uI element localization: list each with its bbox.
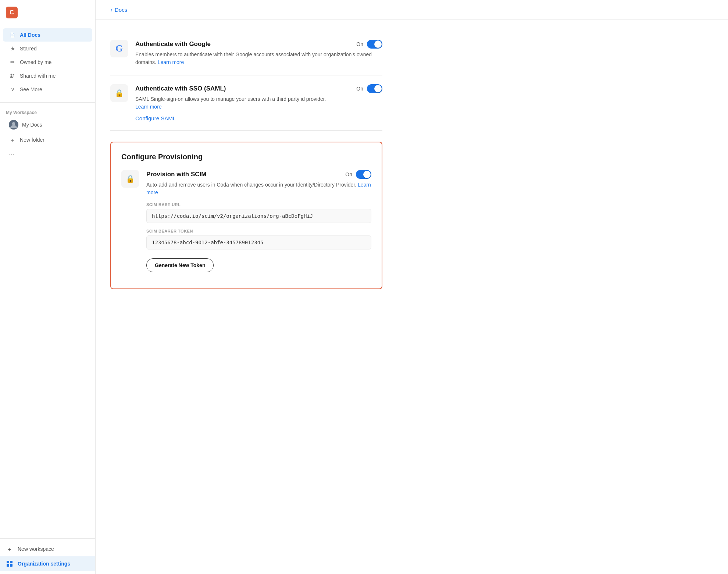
- sidebar: C All Docs ★ Starred ✏ Owned by me Share…: [0, 0, 96, 574]
- generate-token-button[interactable]: Generate New Token: [146, 258, 214, 272]
- sidebar-nav: All Docs ★ Starred ✏ Owned by me Shared …: [0, 25, 95, 99]
- my-docs-label: My Docs: [22, 122, 42, 128]
- sso-icon-box: 🔒: [110, 84, 128, 102]
- sidebar-item-all-docs[interactable]: All Docs: [3, 28, 92, 42]
- edit-icon: ✏: [9, 59, 16, 66]
- scim-url-value[interactable]: https://coda.io/scim/v2/organizations/or…: [146, 209, 371, 223]
- divider-1: [0, 102, 95, 103]
- plus-folder-icon: +: [9, 136, 16, 144]
- scim-toggle-label: On: [345, 171, 352, 177]
- google-toggle-area: On: [356, 40, 382, 49]
- google-auth-header: Authenticate with Google On: [135, 40, 382, 49]
- provisioning-title: Configure Provisioning: [121, 153, 371, 161]
- provision-header: Provision with SCIM On: [146, 170, 371, 179]
- org-settings-label: Organization settings: [18, 561, 70, 567]
- configure-saml-link[interactable]: Configure SAML: [135, 115, 382, 121]
- sidebar-item-my-docs[interactable]: My Docs: [3, 117, 92, 132]
- google-auth-title: Authenticate with Google: [135, 40, 211, 48]
- auth-section: G Authenticate with Google On Enables: [110, 31, 382, 131]
- google-toggle-label: On: [356, 41, 363, 47]
- sso-auth-content: Authenticate with SSO (SAML) On SAML Sin…: [135, 84, 382, 121]
- sso-auth-item: 🔒 Authenticate with SSO (SAML) On SAM: [110, 75, 382, 131]
- all-docs-icon: [9, 31, 16, 39]
- google-learn-more-link[interactable]: Learn more: [158, 59, 184, 65]
- people-icon: [9, 72, 16, 79]
- new-workspace-label: New workspace: [18, 546, 54, 552]
- google-auth-item: G Authenticate with Google On Enables: [110, 31, 382, 75]
- sso-auth-header: Authenticate with SSO (SAML) On: [135, 84, 382, 93]
- shared-with-me-label: Shared with me: [20, 73, 56, 79]
- google-auth-content: Authenticate with Google On Enables memb…: [135, 40, 382, 66]
- sso-auth-title: Authenticate with SSO (SAML): [135, 85, 226, 92]
- lock-icon: 🔒: [115, 89, 124, 98]
- sso-toggle-area: On: [356, 84, 382, 93]
- scim-toggle-knob: [363, 171, 371, 178]
- svg-point-1: [13, 74, 14, 75]
- see-more-label: See More: [20, 86, 42, 92]
- sso-toggle-switch[interactable]: [367, 84, 382, 93]
- sidebar-item-org-settings[interactable]: Organization settings: [0, 556, 95, 571]
- scim-toggle-area: On: [345, 170, 371, 179]
- svg-point-3: [12, 122, 15, 125]
- plus-workspace-icon: +: [6, 545, 13, 553]
- org-settings-icon: [6, 560, 13, 567]
- scim-icon-box: 🔒: [121, 170, 139, 188]
- chevron-down-icon: ∨: [9, 86, 16, 93]
- google-icon-box: G: [110, 40, 128, 57]
- more-options-icon[interactable]: ···: [3, 147, 92, 161]
- scim-url-section: SCIM Base URL https://coda.io/scim/v2/or…: [146, 202, 371, 223]
- scim-token-value[interactable]: 12345678-abcd-9012-abfe-345789012345: [146, 235, 371, 249]
- main-content: ‹ Docs G Authenticate with Google On: [96, 0, 728, 574]
- all-docs-label: All Docs: [20, 32, 40, 38]
- google-toggle-switch[interactable]: [367, 40, 382, 49]
- sso-learn-more-link[interactable]: Learn more: [135, 104, 162, 110]
- google-g-icon: G: [115, 43, 123, 54]
- scim-lock-icon: 🔒: [126, 174, 135, 183]
- sidebar-item-starred[interactable]: ★ Starred: [3, 42, 92, 55]
- scim-token-section: SCIM Bearer Token 12345678-abcd-9012-abf…: [146, 229, 371, 249]
- content-body: G Authenticate with Google On Enables: [96, 20, 397, 300]
- svg-rect-7: [10, 564, 13, 567]
- sso-toggle-label: On: [356, 86, 363, 92]
- starred-label: Starred: [20, 46, 37, 52]
- provision-scim-desc: Auto-add and remove users in Coda when c…: [146, 181, 371, 196]
- google-auth-desc: Enables members to authenticate with the…: [135, 51, 382, 66]
- sidebar-item-new-folder[interactable]: + New folder: [3, 133, 92, 146]
- provision-scim-title: Provision with SCIM: [146, 171, 206, 178]
- owned-by-me-label: Owned by me: [20, 59, 51, 65]
- provision-scim-item: 🔒 Provision with SCIM On Auto-add and: [121, 170, 371, 272]
- sidebar-item-new-workspace[interactable]: + New workspace: [0, 542, 95, 556]
- scim-toggle-switch[interactable]: [356, 170, 371, 179]
- sidebar-item-see-more[interactable]: ∨ See More: [3, 83, 92, 96]
- sso-auth-desc: SAML Single-sign-on allows you to manage…: [135, 95, 382, 111]
- sidebar-item-shared-with-me[interactable]: Shared with me: [3, 69, 92, 82]
- sidebar-item-owned-by-me[interactable]: ✏ Owned by me: [3, 56, 92, 69]
- main-header: ‹ Docs: [96, 0, 728, 20]
- svg-rect-5: [10, 561, 13, 563]
- google-toggle-knob: [374, 40, 382, 48]
- sidebar-bottom: + New workspace Organization settings: [0, 538, 95, 574]
- svg-rect-6: [7, 564, 9, 567]
- new-folder-label: New folder: [20, 137, 44, 143]
- provision-content: Provision with SCIM On Auto-add and remo…: [146, 170, 371, 272]
- avatar: [9, 120, 18, 130]
- provisioning-box: Configure Provisioning 🔒 Provision with …: [110, 142, 382, 289]
- scim-token-label: SCIM Bearer Token: [146, 229, 371, 233]
- app-logo: C: [6, 7, 18, 18]
- back-link[interactable]: Docs: [115, 7, 127, 13]
- svg-rect-4: [7, 561, 9, 563]
- svg-point-0: [11, 74, 13, 76]
- star-icon: ★: [9, 45, 16, 52]
- workspace-section-label: My Workspace: [0, 106, 95, 117]
- sso-toggle-knob: [374, 85, 382, 92]
- logo-area: C: [0, 0, 95, 25]
- scim-url-label: SCIM Base URL: [146, 202, 371, 207]
- back-arrow: ‹: [110, 6, 113, 14]
